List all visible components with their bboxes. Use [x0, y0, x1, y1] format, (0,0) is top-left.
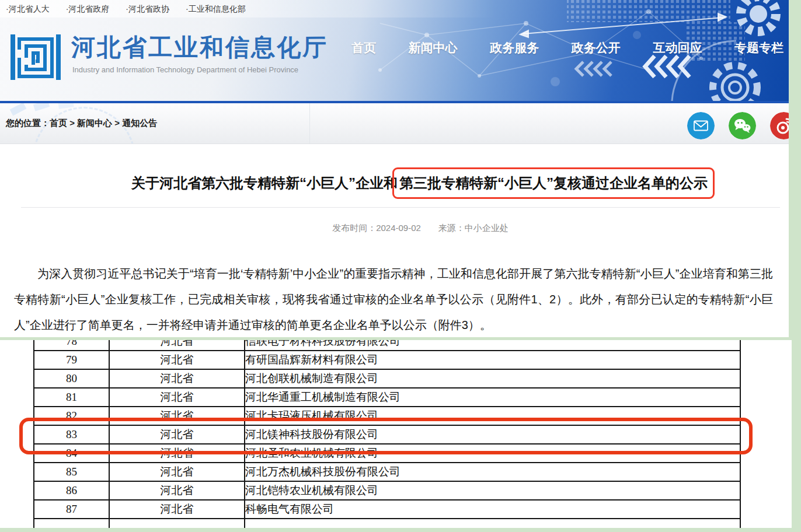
article-paragraph: 为深入贯彻习近平总书记关于“培育一批‘专精特新’中小企业”的重要指示精神，工业和… [14, 261, 773, 338]
title-text: 关于河北省第六批专精特新“小巨人”企业和 [131, 175, 398, 191]
company-table: 78 河北省 信联电子材料科技股份有限公司 79 河北省 有研国晶辉新材料有限公… [33, 340, 741, 528]
nav-item[interactable]: 新闻中心 [409, 40, 458, 56]
row-province: 河北省 [109, 481, 245, 500]
table-window-top-edge [0, 337, 801, 340]
row-number: 83 [34, 425, 109, 444]
top-link[interactable]: ·河北省政协 [126, 4, 169, 15]
header-divider [0, 101, 789, 103]
row-company: 河北铠特农业机械有限公司 [245, 481, 740, 500]
table-row: 80 河北省 河北创联机械制造有限公司 [34, 369, 740, 388]
row-company: 河北创联机械制造有限公司 [245, 369, 740, 388]
chevron-decoration [576, 62, 611, 76]
row-company: 河北圣和农业机械有限公司 [245, 444, 740, 463]
row-province: 河北省 [109, 369, 245, 388]
nav-item[interactable]: 政务服务 [490, 40, 539, 56]
row-number: 80 [34, 369, 109, 388]
table-row: 86 河北省 河北铠特农业机械有限公司 [34, 481, 740, 500]
company-table-window: 78 河北省 信联电子材料科技股份有限公司 79 河北省 有研国晶辉新材料有限公… [0, 340, 792, 528]
mail-icon[interactable] [687, 112, 715, 139]
row-number: 79 [34, 351, 109, 369]
title-highlight-annotation: 第三批专精特新“小巨人”复核通过企业名单的公示 [392, 167, 715, 199]
table-row: 82 河北省 河北卡玛液压机械有限公司 [34, 407, 740, 425]
page-title: 关于河北省第六批专精特新“小巨人”企业和第三批专精特新“小巨人”复核通过企业名单… [0, 174, 801, 192]
social-share-icons [687, 112, 797, 139]
org-name-english: Industry and Information Technology Depa… [72, 65, 298, 74]
row-number: 84 [34, 444, 109, 463]
site-header: ·河北省人大·河北省政府·河北省政协·工业和信息化部 河北省工业和信息化厅 In… [0, 0, 789, 101]
nav-item[interactable]: 首页 [351, 40, 376, 56]
row-province: 河北省 [109, 351, 245, 369]
table-row: 87 河北省 科畅电气有限公司 [34, 500, 740, 519]
table-row: 85 河北省 河北万杰机械科技股份有限公司 [34, 463, 740, 481]
divider [309, 103, 310, 144]
row-province: 河北省 [109, 388, 245, 407]
source-label: 来源： [438, 223, 465, 233]
top-link[interactable]: ·河北省政府 [66, 4, 110, 15]
article: 关于河北省第六批专精特新“小巨人”企业和第三批专精特新“小巨人”复核通过企业名单… [0, 144, 801, 338]
green-frame-right [792, 337, 801, 532]
row-company: 河北卡玛液压机械有限公司 [245, 407, 740, 425]
table-row: 81 河北省 河北华通重工机械制造有限公司 [34, 388, 740, 407]
breadcrumb: 您的位置：首页 > 新闻中心 > 通知公告 [6, 118, 157, 129]
nav-item[interactable]: 互动回应 [653, 40, 702, 56]
table-row: 79 河北省 有研国晶辉新材料有限公司 [34, 351, 740, 369]
dash-decoration [33, 103, 50, 111]
breadcrumb-bar: 您的位置：首页 > 新闻中心 > 通知公告 [0, 103, 789, 144]
publish-label: 发布时间： [332, 223, 376, 233]
top-link[interactable]: ·工业和信息化部 [186, 4, 246, 15]
row-province: 河北省 [109, 500, 245, 519]
org-name-chinese: 河北省工业和信息化厅 [71, 32, 328, 64]
table-row-partial [34, 519, 740, 528]
main-nav: 首页新闻中心政务服务政务公开互动回应专题专栏 [351, 40, 783, 56]
title-highlight-text: 第三批专精特新“小巨人”复核通过企业名单的公示 [399, 175, 708, 191]
source-value: 中小企业处 [465, 223, 509, 233]
row-number: 78 [34, 340, 109, 351]
chevron-decoration [645, 56, 689, 77]
row-company: 有研国晶辉新材料有限公司 [245, 351, 740, 369]
table-row-highlighted: 83 河北省 河北镁神科技股份有限公司 [34, 425, 740, 444]
row-number: 86 [34, 481, 109, 500]
row-number: 82 [34, 407, 109, 425]
green-frame-right [789, 0, 801, 337]
row-province [109, 519, 245, 528]
row-company [245, 519, 740, 528]
row-province: 河北省 [109, 340, 245, 351]
wechat-icon[interactable] [729, 112, 756, 139]
row-province: 河北省 [109, 425, 245, 444]
row-company: 河北镁神科技股份有限公司 [245, 425, 740, 444]
row-province: 河北省 [109, 463, 245, 481]
table-row: 84 河北省 河北圣和农业机械有限公司 [34, 444, 740, 463]
row-province: 河北省 [109, 444, 245, 463]
gear-icon [741, 0, 776, 32]
article-meta: 发布时间：2024-09-02来源：中小企业处 [0, 223, 801, 234]
row-company: 河北华通重工机械制造有限公司 [245, 388, 740, 407]
row-number: 87 [34, 500, 109, 519]
row-company: 信联电子材料科技股份有限公司 [245, 340, 740, 351]
top-links: ·河北省人大·河北省政府·河北省政协·工业和信息化部 [6, 4, 246, 15]
breadcrumb-path[interactable]: 首页 > 新闻中心 > 通知公告 [50, 118, 157, 128]
dash-decoration [10, 103, 27, 116]
gear-icon [713, 65, 757, 101]
top-link[interactable]: ·河北省人大 [6, 4, 50, 15]
publish-date: 2024-09-02 [376, 223, 421, 233]
nav-item[interactable]: 政务公开 [572, 40, 621, 56]
department-logo[interactable] [9, 30, 62, 84]
breadcrumb-label: 您的位置： [6, 118, 50, 128]
row-number: 85 [34, 463, 109, 481]
row-province: 河北省 [109, 407, 245, 425]
company-table-body: 78 河北省 信联电子材料科技股份有限公司 79 河北省 有研国晶辉新材料有限公… [34, 340, 740, 528]
row-company: 河北万杰机械科技股份有限公司 [245, 463, 740, 481]
row-company: 科畅电气有限公司 [245, 500, 740, 519]
nav-item[interactable]: 专题专栏 [734, 40, 783, 56]
green-frame-bottom [0, 528, 801, 532]
table-row: 78 河北省 信联电子材料科技股份有限公司 [34, 340, 740, 351]
row-number: 81 [34, 388, 109, 407]
row-number [34, 519, 109, 528]
title-divider [21, 207, 780, 208]
